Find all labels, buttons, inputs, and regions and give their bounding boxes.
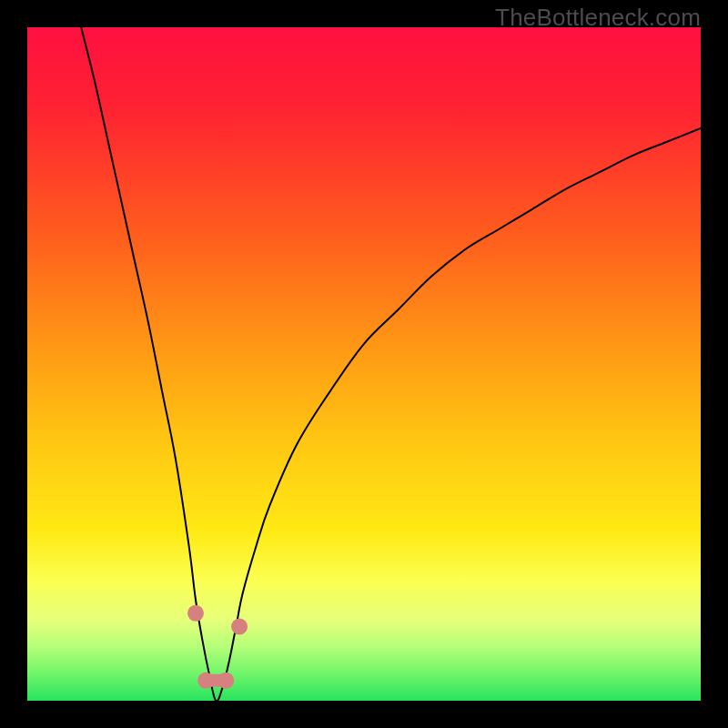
plot-frame — [27, 27, 701, 701]
watermark-text: TheBottleneck.com — [495, 4, 701, 32]
marker-right-shoulder — [231, 619, 248, 635]
marker-valley-right — [217, 672, 234, 689]
marker-valley-left — [197, 672, 214, 689]
bottleneck-curve — [81, 27, 701, 701]
marker-left-shoulder — [187, 605, 204, 622]
plot-layer — [27, 27, 701, 701]
